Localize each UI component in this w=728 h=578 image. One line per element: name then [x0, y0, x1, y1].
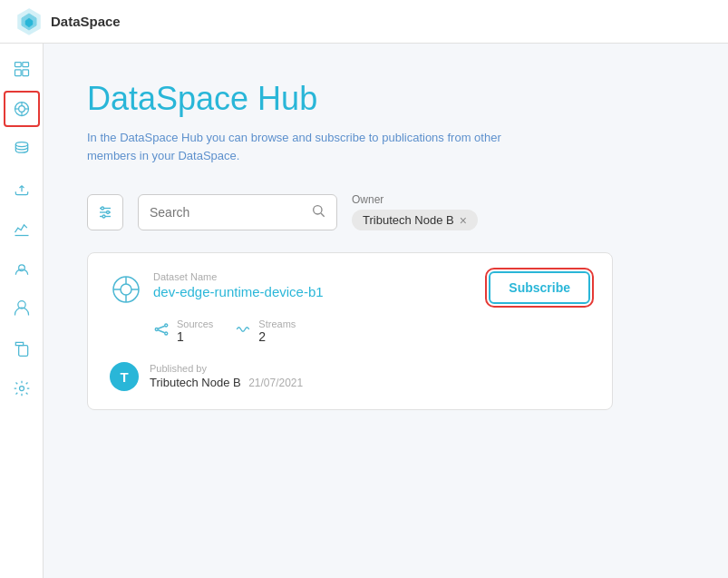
svg-point-34 — [165, 332, 168, 335]
card-stats: Sources 1 Streams 2 — [153, 318, 590, 344]
filter-icon — [97, 204, 113, 220]
sidebar-item-settings[interactable] — [4, 370, 40, 407]
owner-tag-text: Tributech Node B — [363, 213, 454, 227]
search-input[interactable] — [150, 205, 311, 220]
svg-rect-6 — [22, 70, 28, 76]
sidebar-item-security[interactable] — [4, 250, 40, 287]
sources-stat: Sources 1 — [153, 318, 213, 344]
publisher-avatar: T — [110, 362, 139, 391]
published-by-label: Published by — [150, 363, 303, 374]
owner-tag: Tributech Node B × — [352, 210, 478, 230]
card-top: Dataset Name dev-edge-runtime-device-b1 … — [110, 271, 590, 306]
svg-rect-4 — [22, 63, 28, 67]
svg-rect-5 — [15, 70, 21, 76]
dataset-label: Dataset Name — [153, 271, 324, 282]
page-description: In the DataSpace Hub you can browse and … — [87, 129, 522, 164]
sources-text: Sources 1 — [177, 318, 213, 344]
svg-point-8 — [18, 106, 24, 113]
svg-point-22 — [107, 211, 110, 213]
streams-label: Streams — [258, 318, 296, 329]
sidebar-item-copy[interactable] — [4, 330, 40, 367]
logo: DataSpace — [15, 7, 121, 36]
streams-value: 2 — [258, 329, 296, 344]
filter-button[interactable] — [87, 194, 123, 230]
owner-tag-close-button[interactable]: × — [460, 214, 467, 227]
svg-point-23 — [102, 215, 105, 218]
top-bar: DataSpace — [0, 0, 728, 44]
sidebar — [0, 44, 44, 578]
streams-stat: Streams 2 — [235, 318, 296, 344]
svg-rect-16 — [18, 346, 27, 357]
sources-icon — [153, 321, 170, 341]
sidebar-item-datasets[interactable] — [4, 131, 40, 167]
sidebar-item-dashboard[interactable] — [4, 51, 40, 87]
sidebar-item-upload[interactable] — [4, 171, 40, 207]
subscribe-button[interactable]: Subscribe — [489, 271, 590, 304]
dataset-icon — [110, 273, 142, 306]
card-info: Dataset Name dev-edge-runtime-device-b1 — [110, 271, 324, 306]
sources-value: 1 — [177, 329, 213, 344]
dataset-text-info: Dataset Name dev-edge-runtime-device-b1 — [153, 271, 324, 299]
page-title: DataSpace Hub — [87, 80, 684, 118]
search-box — [138, 194, 337, 230]
svg-point-17 — [19, 387, 24, 391]
dataspace-logo-icon — [15, 7, 44, 36]
svg-line-35 — [158, 326, 165, 328]
main-content: DataSpace Hub In the DataSpace Hub you c… — [44, 44, 728, 578]
search-row: Owner Tributech Node B × — [87, 193, 684, 230]
svg-point-21 — [102, 207, 104, 210]
sidebar-item-hub[interactable] — [4, 91, 40, 127]
app-title: DataSpace — [51, 14, 121, 29]
search-icon — [311, 203, 325, 221]
sidebar-item-analytics[interactable] — [4, 211, 40, 247]
svg-point-27 — [121, 284, 131, 295]
card-footer: T Published by Tributech Node B 21/07/20… — [110, 362, 590, 391]
publisher-name: Tributech Node B — [150, 376, 241, 389]
dataset-name: dev-edge-runtime-device-b1 — [153, 284, 324, 299]
svg-line-25 — [321, 213, 325, 217]
dataset-card: Dataset Name dev-edge-runtime-device-b1 … — [87, 252, 613, 410]
owner-label: Owner — [352, 193, 478, 206]
owner-section: Owner Tributech Node B × — [352, 193, 478, 230]
svg-point-33 — [165, 324, 168, 327]
svg-point-32 — [155, 328, 158, 331]
publisher-info: Published by Tributech Node B 21/07/2021 — [150, 363, 303, 390]
svg-line-36 — [158, 330, 165, 333]
publish-date: 21/07/2021 — [248, 377, 303, 389]
streams-icon — [235, 321, 251, 341]
svg-point-13 — [15, 142, 27, 147]
svg-rect-3 — [15, 63, 21, 67]
sidebar-item-user[interactable] — [4, 290, 40, 327]
svg-point-24 — [314, 205, 322, 213]
streams-text: Streams 2 — [258, 318, 296, 344]
sources-label: Sources — [177, 318, 213, 329]
